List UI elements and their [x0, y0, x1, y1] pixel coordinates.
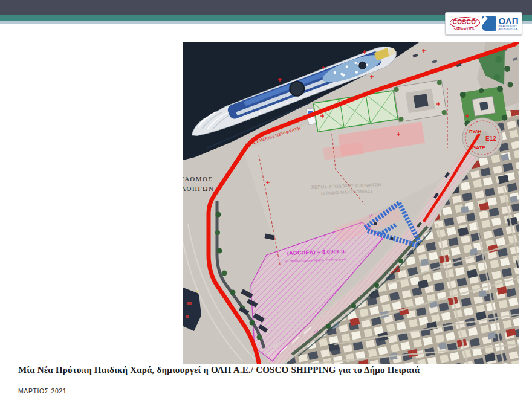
satellite-map-figure: ΣΤΑΘΜΟΣ ΠΛΟΗΓΩΝ ΥΦΙΣΤΑΜΕΝΗ ΠΕΡΙΦΡΑΞΗ ΠΥΛ…	[183, 42, 519, 364]
logo-plate: COSCO SHIPPING ΟΛΠ PIRAEUS PORT AUTHORIT…	[445, 12, 522, 35]
pilots-station-label-1: ΣΤΑΘΜΟΣ	[183, 175, 213, 182]
olp-sail-icon	[482, 16, 496, 31]
slide-date: ΜΑΡΤΙΟΣ 2021	[18, 387, 66, 395]
cosco-shipping-logo: COSCO SHIPPING	[449, 16, 480, 31]
olp-sub2: AUTHORITY S.A.	[498, 28, 519, 30]
olp-wordmark: ΟΛΠ	[498, 16, 519, 25]
olp-logo: ΟΛΠ PIRAEUS PORT AUTHORITY S.A.	[482, 16, 519, 31]
gate-label-gate: GATE	[472, 145, 485, 150]
courtyard-building	[394, 80, 447, 122]
pilots-station-label-2: ΠΛΟΗΓΩΝ	[183, 185, 214, 192]
gate-label-pyli: ΠΥΛΗ	[469, 129, 481, 134]
gate-label-e12: E12	[485, 135, 496, 142]
cosco-wordmark: COSCO	[449, 16, 480, 28]
slide-caption: Μία Νέα Πρότυπη Παιδική Χαρά, δημιουργεί…	[18, 365, 514, 375]
